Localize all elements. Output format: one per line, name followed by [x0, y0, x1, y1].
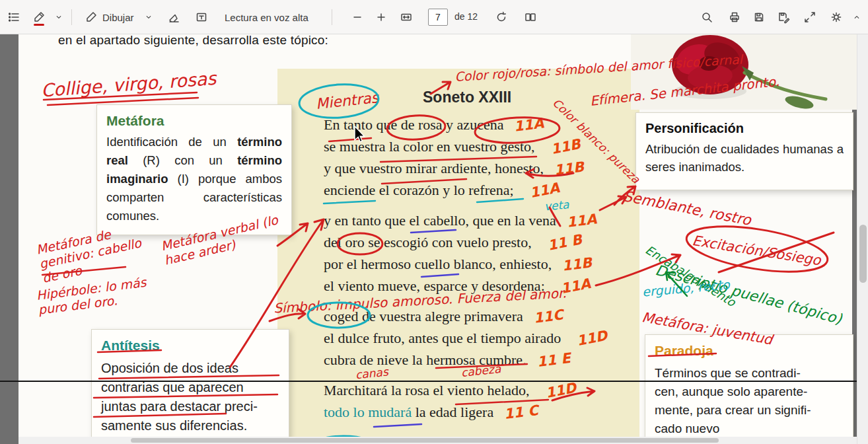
- collapse-toolbar-button[interactable]: [850, 6, 864, 28]
- eraser-icon: [167, 11, 180, 24]
- rotate-button[interactable]: [490, 6, 513, 28]
- highlighter-button[interactable]: [28, 6, 50, 28]
- fullscreen-icon: [803, 11, 816, 24]
- pdf-toolbar: Dibujar Lectura en voz alta: [0, 0, 868, 34]
- page-count-label: de 12: [454, 11, 478, 22]
- body-text: (R) con un: [128, 153, 237, 167]
- save-button[interactable]: [748, 6, 770, 28]
- body-text: Identificación de un: [106, 135, 237, 149]
- poem-line: por el hermoso cuello blanco, enhiesto,1…: [324, 253, 641, 275]
- poem-line: del oro se escogió con vuelo presto,11 B: [324, 231, 641, 253]
- box-title: Personificación: [645, 121, 844, 136]
- rhyme-mark-annotation: 11 C: [503, 400, 540, 426]
- poem-line-text: por el hermoso cuello blanco, enhiesto,: [324, 256, 552, 272]
- read-aloud-button[interactable]: Lectura en voz alta: [218, 6, 315, 28]
- settings-button[interactable]: [825, 6, 848, 28]
- poem-line: y que vuestro mirar ardiente, honesto,11…: [324, 157, 641, 179]
- highlighter-pen-icon: [32, 11, 46, 24]
- pen-color-indicator: [34, 24, 44, 26]
- box-body: Términos que se contradi- cen, aunque so…: [655, 364, 844, 438]
- page-view-button[interactable]: [519, 6, 542, 28]
- rhyme-mark-annotation: 11 E: [536, 348, 572, 373]
- poem-line-text: y en tanto que el cabello, que en la ven…: [324, 212, 556, 229]
- rhyme-mark-annotation: 11A: [513, 112, 546, 137]
- fullscreen-button[interactable]: [799, 6, 821, 28]
- page-number-input[interactable]: [428, 9, 448, 26]
- box-title: Antítesis: [101, 338, 279, 353]
- chevron-down-icon: [54, 13, 63, 22]
- save-as-button[interactable]: [772, 6, 795, 28]
- toolbar-divider: [332, 9, 332, 25]
- poem-line-text: En tanto que de rosa y azucena: [324, 116, 503, 133]
- horizontal-scrollbar-thumb[interactable]: [131, 438, 719, 443]
- poem-line: el dulce fruto, antes que el tiempo aira…: [324, 327, 641, 349]
- rhyme-mark-annotation: 11B: [553, 156, 585, 181]
- plus-icon: [375, 11, 388, 24]
- chevron-up-icon: [852, 13, 861, 22]
- poem-line-text: Marchitará la rosa el viento helado,: [324, 382, 530, 398]
- rhyme-mark-annotation: 11C: [532, 304, 564, 329]
- document-canvas: en el apartado siguiente, desarrolla est…: [0, 0, 868, 444]
- vertical-scrollbar[interactable]: [857, 34, 868, 444]
- zoom-in-button[interactable]: [370, 6, 392, 28]
- poem-line-highlight: todo lo mudará: [324, 404, 412, 420]
- highlighter-dropdown-button[interactable]: [52, 6, 66, 28]
- draw-dropdown-button[interactable]: [141, 6, 156, 28]
- poem-line-text: el dulce fruto, antes que el tiempo aira…: [324, 330, 561, 346]
- box-title: Paradoja: [655, 343, 844, 359]
- box-body: Identificación de un término real (R) co…: [106, 133, 282, 225]
- poem-line: enciende el corazón y lo refrena;11A: [324, 179, 641, 201]
- printer-icon: [728, 11, 741, 24]
- minus-icon: [351, 11, 364, 24]
- add-text-button[interactable]: [190, 6, 213, 28]
- read-aloud-label: Lectura en voz alta: [225, 12, 308, 23]
- save-icon: [752, 11, 766, 24]
- search-button[interactable]: [696, 6, 718, 28]
- rotate-icon: [495, 11, 508, 24]
- draw-button[interactable]: Dibujar: [78, 6, 141, 28]
- toc-button[interactable]: [3, 6, 25, 28]
- poem-line-text: la edad ligera: [412, 404, 493, 420]
- gear-icon: [830, 11, 843, 24]
- definition-box-personificacion: Personificación Atribución de cualidades…: [635, 112, 853, 190]
- poem-line: y en tanto que el cabello, que en la ven…: [324, 209, 641, 231]
- definition-box-paradoja: Paradoja Términos que se contradi- cen, …: [645, 334, 853, 444]
- zoom-out-button[interactable]: [346, 6, 369, 28]
- toc-icon: [7, 11, 20, 24]
- pdf-viewer-window: Dibujar Lectura en voz alta: [0, 0, 868, 444]
- fit-width-icon: [399, 11, 414, 24]
- handwritten-note-veta: veta: [544, 198, 569, 213]
- box-title: Metáfora: [106, 113, 282, 129]
- text-annotation-icon: [195, 11, 208, 24]
- toolbar-divider: [71, 9, 72, 25]
- rhyme-mark-annotation: 11D: [575, 325, 609, 352]
- erase-button[interactable]: [163, 6, 185, 28]
- vertical-scrollbar-thumb[interactable]: [859, 225, 867, 283]
- chevron-down-icon: [144, 13, 153, 22]
- draw-pen-icon: [85, 11, 98, 24]
- page-view-icon: [524, 11, 537, 24]
- mouse-cursor: [353, 126, 369, 144]
- poem-line-text: y que vuestro mirar ardiente, honesto,: [324, 160, 544, 176]
- intro-text: en el apartado siguiente, desarrolla est…: [58, 33, 328, 48]
- horizontal-scrollbar[interactable]: [18, 437, 857, 444]
- poem-line-text: del oro se escogió con vuelo presto,: [324, 234, 532, 250]
- search-icon: [700, 11, 713, 24]
- box-body: Oposición de dos ideas contrarias que ap…: [101, 359, 279, 435]
- box-body: Atribución de cualidades humanas a seres…: [645, 140, 844, 176]
- print-button[interactable]: [723, 6, 746, 28]
- draw-button-label: Dibujar: [102, 12, 134, 23]
- fit-width-button[interactable]: [395, 6, 417, 28]
- rhyme-mark-annotation: 11A: [565, 208, 598, 233]
- poem-line: Marchitará la rosa el viento helado,11D: [324, 379, 641, 401]
- horizontal-line-artifact: [0, 381, 857, 382]
- poem-title: Soneto XXIII: [423, 89, 511, 106]
- poem-line: todo lo mudará la edad ligera11 C: [324, 401, 641, 423]
- poem-line-text: enciende el corazón y lo refrena;: [324, 182, 514, 198]
- definition-box-antitesis: Antítesis Oposición de dos ideas contrar…: [91, 329, 289, 444]
- save-as-icon: [777, 11, 790, 24]
